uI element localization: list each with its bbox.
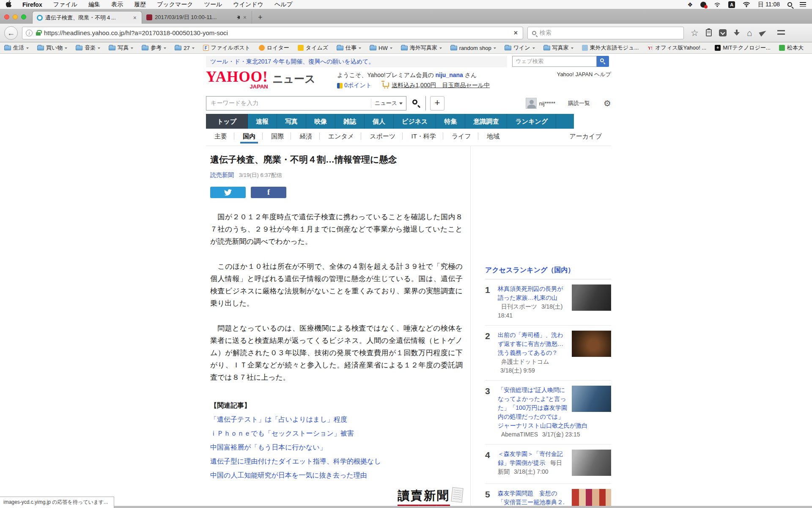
- bookmarks-panel-icon[interactable]: [706, 29, 712, 36]
- share-icon[interactable]: [759, 29, 767, 36]
- bookmark-item[interactable]: Y!オフィス版Yahoo! ...: [647, 44, 706, 52]
- page-info-icon[interactable]: i: [26, 30, 33, 36]
- gear-icon[interactable]: ⚙: [604, 98, 611, 108]
- username-link[interactable]: niju_nana: [436, 72, 463, 78]
- apple-menu-icon[interactable]: [6, 0, 11, 8]
- nav-tab-business[interactable]: ビジネス: [394, 114, 436, 129]
- minimize-window-button[interactable]: [13, 14, 18, 19]
- bookmark-item[interactable]: 松本大: [779, 44, 804, 52]
- url-bar[interactable]: i https://headlines.yahoo.co.jp/hl?a=201…: [22, 27, 523, 39]
- menubar-item-view[interactable]: 表示: [111, 1, 123, 8]
- menubar-item-edit[interactable]: 編集: [88, 1, 100, 8]
- bookmark-folder[interactable]: 写真家: [543, 44, 573, 52]
- bookmark-folder[interactable]: 海外写真家: [401, 44, 442, 52]
- subnav-entertainment[interactable]: エンタメ: [321, 133, 361, 140]
- close-tab-icon[interactable]: ×: [242, 14, 247, 21]
- nav-tab-personal[interactable]: 個人: [365, 114, 394, 129]
- menubar-item-help[interactable]: ヘルプ: [274, 1, 293, 8]
- ranking-thumbnail[interactable]: [572, 386, 611, 412]
- points-link[interactable]: 0ポイント: [344, 82, 372, 89]
- news-search-button[interactable]: [406, 96, 425, 110]
- article-source-link[interactable]: 読売新聞: [210, 171, 234, 178]
- related-link[interactable]: 中国富裕層が「もう日本に行かない」: [210, 443, 463, 452]
- bookmark-folder[interactable]: 仕事: [337, 44, 361, 52]
- menubar-item-file[interactable]: ファイル: [53, 1, 77, 8]
- menubar-item-window[interactable]: ウインドウ: [233, 1, 263, 8]
- bookmark-folder[interactable]: 音楽: [76, 44, 100, 52]
- stop-loading-icon[interactable]: ×: [512, 29, 519, 37]
- browser-tab-inactive[interactable]: 2017/03/19/日 10:00-11... ×: [142, 11, 252, 24]
- ranking-link[interactable]: 林真須美死刑囚の長男が語った家族…札束の山: [498, 285, 563, 301]
- menubar-item-bookmarks[interactable]: ブックマーク: [157, 1, 193, 8]
- subnav-sports[interactable]: スポーツ: [363, 133, 403, 140]
- yahoo-help-link[interactable]: Yahoo! JAPAN ヘルプ: [557, 71, 611, 78]
- hamburger-menu-icon[interactable]: [777, 30, 785, 36]
- web-search-input[interactable]: ウェブ検索: [512, 56, 597, 67]
- nav-tab-top[interactable]: トップ: [206, 114, 248, 129]
- bookmark-folder[interactable]: ワイン: [505, 44, 535, 52]
- related-link[interactable]: 遺伝子型に理由付けたダイエット指導、科学的根拠なし: [210, 457, 463, 466]
- yahoo-japan-logo[interactable]: YAHOO! JAPAN: [206, 71, 268, 90]
- menubar-item-firefox[interactable]: Firefox: [22, 1, 42, 8]
- nav-tab-ranking[interactable]: ランキング: [507, 114, 556, 129]
- browser-tab-active[interactable]: 遺伝子検査、廃業・不明４... ×: [32, 11, 142, 24]
- close-tab-icon[interactable]: ×: [132, 14, 137, 21]
- bookmark-folder[interactable]: 27: [175, 45, 194, 51]
- bookmark-folder[interactable]: 写真: [109, 44, 133, 52]
- yomiuri-logo[interactable]: 讀賣新聞 世界最大の発行部数: [398, 488, 463, 508]
- bookmark-star-icon[interactable]: ☆: [691, 29, 699, 37]
- promo-link[interactable]: 送料込み1,000円 目玉商品セール中: [392, 82, 490, 89]
- downloads-icon[interactable]: [734, 30, 740, 36]
- facebook-share-button[interactable]: f: [251, 187, 286, 198]
- subnav-world[interactable]: 国際: [264, 133, 291, 140]
- account-name[interactable]: nij*****: [539, 100, 555, 107]
- bookmark-folder[interactable]: HW: [370, 45, 392, 51]
- archive-link[interactable]: アーカイブ: [570, 133, 602, 141]
- nav-tab-photo[interactable]: 写真: [277, 114, 306, 129]
- dropbox-icon[interactable]: ❖: [688, 1, 693, 8]
- app-status-red-badge-icon[interactable]: [700, 2, 706, 8]
- menubar-item-history[interactable]: 履歴: [134, 1, 146, 8]
- subnav-domestic[interactable]: 国内: [236, 133, 263, 140]
- nav-tab-flash[interactable]: 速報: [248, 114, 277, 129]
- bookmark-folder[interactable]: 参考: [142, 44, 166, 52]
- related-link[interactable]: 「遺伝子テスト」は「占いよりはまし」程度: [210, 415, 463, 424]
- wifi-icon[interactable]: [743, 2, 750, 7]
- bookmark-item[interactable]: +MITテクノロジー...: [715, 44, 771, 52]
- ranking-thumbnail[interactable]: [572, 450, 611, 476]
- bookmark-folder[interactable]: 生活: [4, 44, 29, 52]
- ranking-thumbnail[interactable]: [572, 331, 611, 357]
- subnav-economy[interactable]: 経済: [293, 133, 320, 140]
- nav-tab-video[interactable]: 映像: [306, 114, 335, 129]
- twitter-share-button[interactable]: [210, 187, 246, 198]
- browser-search-field[interactable]: 検索: [527, 27, 684, 39]
- close-window-button[interactable]: [4, 14, 9, 19]
- bookmark-item[interactable]: ロイター: [259, 44, 289, 52]
- zoom-window-button[interactable]: [21, 14, 26, 19]
- spotlight-icon[interactable]: [787, 2, 792, 7]
- ad-banner-link[interactable]: ツール・ド・東北2017 今年も開催、復興への願いを込めて。: [206, 56, 507, 67]
- pocket-icon[interactable]: [719, 29, 727, 36]
- news-search-box[interactable]: キーワードを入力 ニュース: [206, 96, 426, 110]
- subscriptions-link[interactable]: 購読一覧: [568, 99, 590, 107]
- related-link[interactable]: 中国の人工知能研究が日本を一気に抜き去った理由: [210, 471, 463, 480]
- nav-tab-magazine[interactable]: 雑誌: [335, 114, 365, 129]
- menubar-item-tools[interactable]: ツール: [204, 1, 222, 8]
- bookmark-folder[interactable]: 買い物: [37, 44, 67, 52]
- back-button[interactable]: ←: [4, 26, 18, 40]
- bookmark-folder[interactable]: random shop: [450, 45, 496, 51]
- ranking-thumbnail[interactable]: [572, 284, 611, 311]
- subnav-it-science[interactable]: IT・科学: [405, 133, 443, 140]
- nav-tab-poll[interactable]: 意識調査: [465, 114, 507, 129]
- bookmark-item[interactable]: Fファイルポスト: [203, 44, 250, 52]
- ranking-link[interactable]: 森友学園問題 妄想の「安倍晋三ー籠池泰典２.２６居酒屋会談」 発信元は民進会派議…: [498, 490, 565, 508]
- bookmark-item[interactable]: タイムズ: [298, 44, 328, 52]
- tab-audio-icon[interactable]: [237, 16, 240, 19]
- notification-center-icon[interactable]: [800, 2, 806, 7]
- subnav-major[interactable]: 主要: [208, 133, 234, 140]
- input-method-icon[interactable]: A: [728, 1, 735, 8]
- nav-tab-feature[interactable]: 特集: [436, 114, 465, 129]
- web-search-button[interactable]: [597, 56, 609, 67]
- bookmark-item[interactable]: 東外大言語モジュ...: [582, 44, 639, 52]
- ranking-link[interactable]: 出前の「寿司桶」、洗わず返す客に有吉が激怒…洗う義務ってあるの？: [498, 331, 563, 356]
